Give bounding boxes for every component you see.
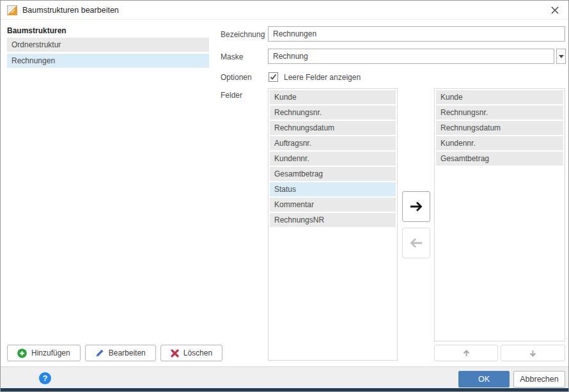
cancel-button[interactable]: Abbrechen <box>513 371 565 388</box>
help-icon[interactable]: ? <box>39 372 51 384</box>
plus-circle-icon <box>17 349 27 358</box>
maske-combobox-input[interactable] <box>268 49 554 64</box>
selected-field-item[interactable]: Rechnungsdatum <box>436 121 563 135</box>
selected-field-item[interactable]: Kunde <box>436 90 563 104</box>
tree-structures-heading: Baumstrukturen <box>7 26 66 35</box>
bezeichnung-label: Bezeichnung <box>221 30 265 39</box>
move-left-button[interactable] <box>402 228 430 258</box>
bottom-accent-bar <box>1 388 568 391</box>
available-fields-list: KundeRechnungsnr.RechnungsdatumAuftragsn… <box>268 88 398 361</box>
available-field-item[interactable]: Kunde <box>270 90 396 104</box>
tree-structures-list: OrdnerstrukturRechnungen <box>7 38 209 70</box>
available-field-item[interactable]: Kommentar <box>270 198 396 212</box>
leere-felder-checkbox-label: Leere Felder anzeigen <box>284 73 361 82</box>
available-field-item[interactable]: Rechnungsdatum <box>270 121 396 135</box>
cross-icon <box>171 349 179 357</box>
close-button[interactable] <box>542 1 568 19</box>
edit-button[interactable]: Bearbeiten <box>85 345 156 361</box>
delete-button-label: Löschen <box>183 349 212 357</box>
app-icon <box>7 5 17 15</box>
available-field-item[interactable]: Gesamtbetrag <box>270 167 396 181</box>
arrow-up-icon <box>462 349 471 357</box>
edit-tree-structures-dialog: Baumstrukturen bearbeiten Baumstrukturen… <box>0 0 569 392</box>
chevron-down-icon <box>559 55 564 58</box>
maske-label: Maske <box>221 52 243 61</box>
selected-field-item[interactable]: Kundennr. <box>436 136 563 150</box>
selected-field-item[interactable]: Gesamtbetrag <box>436 152 563 166</box>
tree-structure-item[interactable]: Rechnungen <box>7 54 209 68</box>
available-field-item[interactable]: Kundennr. <box>270 152 396 166</box>
tree-structure-item[interactable]: Ordnerstruktur <box>7 38 209 52</box>
close-icon <box>551 6 559 14</box>
maske-dropdown-button[interactable] <box>556 49 566 64</box>
checkmark-icon <box>270 74 277 81</box>
leere-felder-checkbox[interactable] <box>269 72 278 82</box>
available-field-item[interactable]: RechnungsNR <box>270 213 396 227</box>
move-up-button[interactable] <box>434 345 498 361</box>
edit-button-label: Bearbeiten <box>109 349 146 357</box>
footer-bar: ? OK Abbrechen <box>1 366 568 390</box>
move-right-button[interactable] <box>402 191 430 222</box>
move-down-button[interactable] <box>501 345 565 361</box>
arrow-down-icon <box>529 349 537 357</box>
optionen-label: Optionen <box>221 73 252 82</box>
available-field-item[interactable]: Rechnungsnr. <box>270 106 396 120</box>
add-button[interactable]: Hinzufügen <box>7 345 81 361</box>
selected-fields-list: KundeRechnungsnr.RechnungsdatumKundennr.… <box>434 88 565 341</box>
arrow-left-icon <box>409 237 423 249</box>
title-bar: Baumstrukturen bearbeiten <box>1 1 568 20</box>
available-field-item[interactable]: Auftragsnr. <box>270 136 396 150</box>
pencil-icon <box>95 349 104 357</box>
ok-button[interactable]: OK <box>458 371 510 388</box>
tree-structure-actions: Hinzufügen Bearbeiten Löschen <box>7 345 222 361</box>
bezeichnung-input[interactable] <box>268 26 565 42</box>
add-button-label: Hinzufügen <box>31 349 70 357</box>
felder-label: Felder <box>221 91 242 100</box>
window-title: Baumstrukturen bearbeiten <box>22 6 119 15</box>
delete-button[interactable]: Löschen <box>160 345 222 361</box>
arrow-right-icon <box>409 201 423 212</box>
available-field-item[interactable]: Status <box>270 182 396 196</box>
selected-field-item[interactable]: Rechnungsnr. <box>436 106 563 120</box>
